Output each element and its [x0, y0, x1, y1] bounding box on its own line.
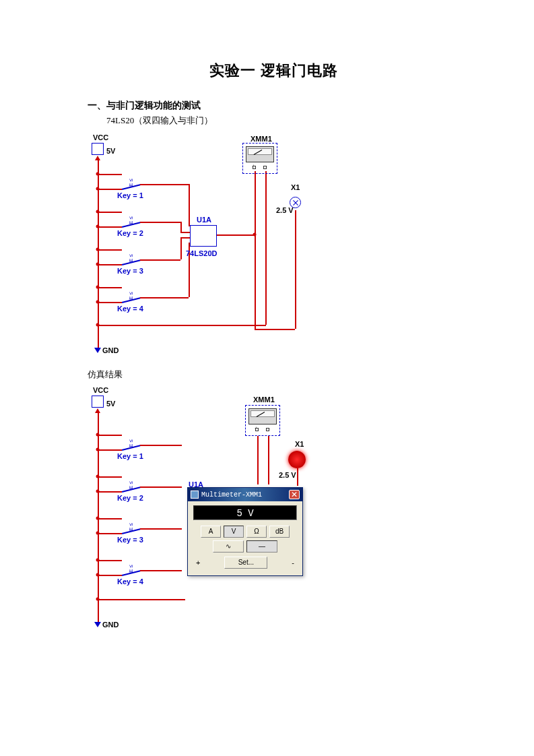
- gnd-label: GND: [102, 621, 119, 629]
- wire: [297, 468, 298, 486]
- multimeter-instrument[interactable]: + –: [242, 143, 277, 174]
- multimeter-title: Multimeter-XMM1: [201, 491, 286, 499]
- x1-label: X1: [291, 183, 300, 191]
- u1a-label: U1A: [197, 216, 211, 224]
- wire: [255, 171, 256, 234]
- wire: [140, 259, 180, 261]
- terminal-plus[interactable]: [253, 166, 256, 169]
- chip-part-label: 74LS20D: [186, 249, 217, 257]
- close-icon: ✕: [291, 491, 298, 499]
- wire: [257, 436, 259, 484]
- switch-tag: E ≤: [128, 254, 134, 262]
- multimeter-instrument[interactable]: + –: [245, 405, 280, 436]
- meter-display: [251, 410, 275, 417]
- switch-tag: E ≤: [128, 523, 134, 531]
- mode-db-button[interactable]: dB: [269, 526, 290, 538]
- x1-voltage-label: 2.5 V: [279, 471, 296, 479]
- wire: [98, 599, 185, 600]
- wire: [265, 171, 267, 325]
- wire: [98, 325, 266, 326]
- key-3-label: Key = 3: [117, 267, 143, 275]
- wire: [268, 436, 269, 484]
- wire: [255, 329, 295, 330]
- wire: [98, 249, 122, 251]
- wire: [98, 491, 122, 493]
- chip-74ls20: [190, 225, 217, 247]
- meter-display: [248, 148, 272, 155]
- wire: [98, 476, 122, 478]
- vcc-arrow-icon: [95, 408, 100, 413]
- xmm1-label: XMM1: [251, 135, 272, 143]
- gnd-arrow-icon: [94, 622, 101, 627]
- plus-terminal-label: +: [196, 559, 200, 567]
- simulation-caption: 仿真结果: [88, 369, 460, 381]
- multimeter-titlebar[interactable]: Multimeter-XMM1 ✕: [188, 488, 302, 501]
- wire: [140, 184, 189, 185]
- multimeter-display: 5 V: [193, 505, 297, 520]
- circuit-diagram-1: VCC 5V GND E ≤ Key = 1 E ≤: [88, 133, 320, 359]
- wire: [180, 237, 190, 239]
- close-button[interactable]: ✕: [289, 490, 300, 499]
- wire: [255, 234, 256, 329]
- wire: [98, 174, 122, 175]
- mode-a-button[interactable]: A: [201, 526, 221, 538]
- multimeter-window[interactable]: Multimeter-XMM1 ✕ 5 V A V Ω dB ∿ —: [187, 487, 303, 576]
- gnd-arrow-icon: [94, 348, 101, 353]
- wire: [98, 226, 122, 228]
- wire: [98, 212, 122, 213]
- indicator-lamp-lit: [288, 451, 306, 468]
- circuit-diagram-2: VCC 5V GND E ≤ Key = 1 E ≤ Key = 2: [88, 386, 320, 635]
- wire: [98, 449, 122, 451]
- page-title: 实验一 逻辑门电路: [88, 61, 460, 81]
- vcc-5v-label: 5V: [106, 147, 115, 155]
- mode-ohm-button[interactable]: Ω: [246, 526, 267, 538]
- vcc-5v-label: 5V: [106, 400, 115, 408]
- switch-tag: E ≤: [128, 565, 134, 573]
- key-4-label: Key = 4: [117, 577, 143, 586]
- chip-desc: 74LS20（双四输入与非门）: [106, 115, 460, 127]
- set-button[interactable]: Set...: [224, 557, 267, 569]
- wire: [180, 232, 190, 233]
- wire: [180, 222, 182, 232]
- key-2-label: Key = 2: [117, 229, 143, 237]
- vcc-label: VCC: [93, 386, 108, 394]
- vcc-terminal: [92, 396, 104, 408]
- switch-tag: E ≤: [128, 292, 134, 300]
- wire: [217, 234, 255, 236]
- wire: [140, 222, 180, 223]
- mode-v-button[interactable]: V: [224, 526, 244, 538]
- wire: [189, 184, 190, 226]
- key-1-label: Key = 1: [117, 191, 143, 199]
- wire: [140, 486, 182, 488]
- vcc-terminal: [92, 143, 104, 155]
- key-3-label: Key = 3: [117, 536, 143, 544]
- wire: [98, 518, 122, 519]
- multimeter-body: 5 V A V Ω dB ∿ — + Set... -: [188, 501, 302, 575]
- key-4-label: Key = 4: [117, 305, 143, 313]
- terminal-minus[interactable]: [266, 428, 269, 431]
- switch-tag: E ≤: [128, 439, 134, 447]
- wire: [98, 435, 122, 436]
- x1-voltage-label: 2.5 V: [276, 206, 294, 214]
- ac-button[interactable]: ∿: [213, 540, 244, 553]
- switch-tag: E ≤: [128, 216, 134, 224]
- wire: [295, 210, 296, 329]
- wire: [140, 528, 182, 530]
- vcc-label: VCC: [93, 133, 108, 141]
- wire: [140, 297, 189, 298]
- switch-tag: E ≤: [128, 179, 134, 187]
- xmm1-label: XMM1: [253, 396, 275, 404]
- minus-terminal-label: -: [292, 559, 294, 567]
- terminal-plus[interactable]: [255, 428, 259, 431]
- terminal-minus[interactable]: [263, 166, 267, 169]
- switch-tag: E ≤: [128, 481, 134, 489]
- vcc-arrow-icon: [95, 156, 100, 160]
- wire: [98, 189, 122, 190]
- wire: [98, 533, 122, 534]
- wire: [140, 570, 182, 571]
- dc-button[interactable]: —: [246, 540, 277, 553]
- x1-label: X1: [295, 440, 304, 448]
- wire: [98, 302, 122, 303]
- section-heading: 一、与非门逻辑功能的测试: [88, 100, 460, 112]
- app-icon: [191, 491, 199, 499]
